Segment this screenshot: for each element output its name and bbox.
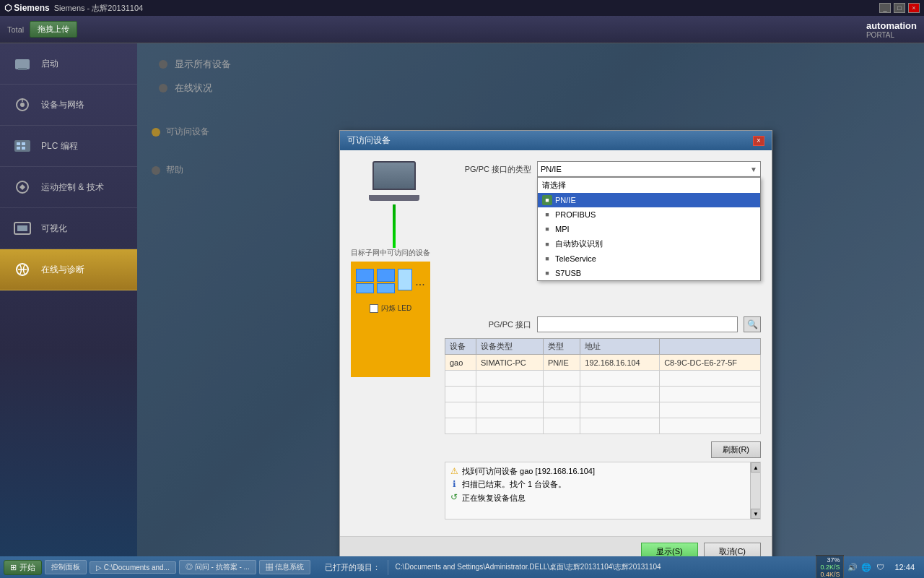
sidebar-item-devices[interactable]: 设备与网络 [0,85,137,126]
device-top [356,269,374,282]
start-icon [11,52,34,75]
start-button[interactable]: ⊞ 开始 [4,560,42,575]
modal-overlay: 可访问设备 × [137,43,924,556]
plc-icon [11,134,34,158]
taskbar-item-help[interactable]: ◎ 问问 - 抗答案 - ... [179,560,256,574]
sidebar-item-online[interactable]: 在线与诊断 [0,249,137,290]
taskbar: ⊞ 开始 控制面板 ▷ C:\Documents and... ◎ 问问 - 抗… [0,556,924,578]
option-label-select: 请选择 [542,180,566,191]
taskbar-item-controlpanel[interactable]: 控制面板 [45,560,87,574]
device-icons: ... [356,269,424,294]
dropdown-option-s7usb[interactable]: ■ S7USB [538,266,760,280]
upload-button[interactable]: 拖拽上传 [30,21,77,38]
svg-rect-1 [18,68,27,70]
sidebar-label-motion: 运动控制 & 技术 [41,181,104,194]
mpi-icon: ■ [542,224,552,234]
sidebar-item-start[interactable]: 启动 [0,43,137,85]
table-row[interactable]: gao SIMATIC-PC PN/IE 192.168.16.104 C8-9… [445,355,761,371]
dialog-close-button[interactable]: × [753,136,764,146]
device-block-3 [398,269,412,290]
controlpanel-label: 控制面板 [51,563,80,571]
taskbar-right: 37% 0.2K/S 0.4K/S 🔊 🌐 🛡 12:44 [816,555,920,578]
dropdown-option-teleservice[interactable]: ■ TeleService [538,251,760,266]
option-label-s7usb: S7USB [555,269,581,277]
titlebar: ⬡ Siemens Siemens - 志辉20131104 _ □ × [0,0,924,16]
minimize-button[interactable]: _ [879,3,891,13]
title-left: ⬡ Siemens Siemens - 志辉20131104 [4,3,143,14]
svg-point-3 [20,103,25,107]
pgpc-type-select[interactable]: PN/IE ▼ [537,161,761,177]
dropdown-option-select[interactable]: 请选择 [538,178,760,193]
sidebar-label-plc: PLC 编程 [41,140,78,152]
dropdown-option-pnie[interactable]: ■ PN/IE [538,193,760,207]
sidebar-label-start: 启动 [41,58,58,70]
scroll-down-button[interactable]: ▼ [751,509,761,519]
pgpc-interface-label: PG/PC 接口 [445,319,531,330]
start-icon: ⊞ [10,563,17,572]
scroll-up-button[interactable]: ▲ [751,462,761,473]
close-button[interactable]: × [908,3,920,13]
pgpc-type-value: PN/IE [541,165,562,173]
devices-icon [11,93,34,116]
col-category-header: 类型 [544,339,580,355]
accessible-devices-dialog: 可访问设备 × [339,130,772,556]
table-row-empty-4 [445,418,761,434]
toolbar-right: automation PORTAL [866,20,917,39]
laptop-base [369,195,419,201]
sidebar-item-motion[interactable]: 运动控制 & 技术 [0,167,137,208]
option-label-mpi: MPI [555,225,570,233]
dialog-body: 目标子网中可访问的设备 [340,150,772,536]
svg-rect-12 [17,225,27,231]
table-row-empty-1 [445,371,761,387]
refresh-button[interactable]: 刷新(R) [711,441,761,458]
option-label-pnie: PN/IE [555,196,576,204]
device-table: 设备 设备类型 类型 地址 [445,338,761,434]
config-column: PG/PC 接口的类型 PN/IE ▼ 请选择 [445,161,761,519]
dropdown-option-profibus[interactable]: ■ PROFIBUS [538,207,760,222]
teleservice-icon: ■ [542,254,552,264]
status-area: ⚠ 找到可访问设备 gao [192.168.16.104] ℹ 扫描已结束。找… [445,462,761,519]
net-down: 0.4K/S [820,571,840,578]
info-icon-2: ℹ [449,479,459,489]
option-label-auto: 自动协议识别 [555,238,603,249]
status-scrollbar[interactable]: ▲ ▼ [750,462,760,519]
tray-icon-3: 🛡 [874,561,886,573]
svg-rect-7 [22,142,25,145]
dropdown-option-auto[interactable]: ■ 自动协议识别 [538,236,760,251]
help-task-label: ◎ 问问 - 抗答案 - ... [186,563,250,571]
search-button[interactable]: 🔍 [744,316,761,332]
table-row-empty-3 [445,402,761,418]
cancel-button[interactable]: 取消(C) [704,543,761,556]
status-line-2: ℹ 扫描已结束。找个 1 台设备。 [449,479,757,490]
pnie-icon: ■ [542,195,552,205]
flash-led-checkbox[interactable] [370,304,378,313]
taskbar-item-explorer[interactable]: ▷ C:\Documents and... [90,561,176,574]
siemens-logo: ⬡ Siemens [4,3,50,13]
tray-icons: 🔊 🌐 🛡 [847,561,886,573]
show-button[interactable]: 显示(S) [641,543,698,556]
sidebar-item-plc[interactable]: PLC 编程 [0,126,137,167]
device-bottom [356,283,374,293]
sidebar-label-online: 在线与诊断 [41,264,84,276]
title-controls: _ □ × [879,3,920,13]
content-area: 显示所有设备 在线状况 可访问设备 帮助 可访问设备 × [137,43,924,556]
sidebar-label-visual: 可视化 [41,223,67,235]
motion-icon [11,176,34,199]
flash-led-row: 闪烁 LED [370,303,411,314]
diagram-column: 目标子网中可访问的设备 [351,161,437,519]
device-top-2 [377,269,395,282]
maximize-button[interactable]: □ [894,3,905,13]
pgpc-interface-input[interactable] [537,316,738,332]
option-label-teleservice: TeleService [555,254,596,263]
dropdown-option-mpi[interactable]: ■ MPI [538,222,760,236]
svg-rect-8 [17,147,20,150]
profibus-icon: ■ [542,210,552,220]
taskbar-item-info[interactable]: ▦ 信息系统 [259,560,310,574]
pgpc-type-dropdown-list: 请选择 ■ PN/IE ■ PROFIBUS [537,177,761,281]
device-table-area: 设备 设备类型 类型 地址 [445,338,761,441]
table-row-empty-2 [445,387,761,402]
tray-icon-1: 🔊 [847,561,858,573]
sidebar-item-visual[interactable]: 可视化 [0,208,137,249]
svg-rect-0 [15,59,30,69]
status-text-2: 扫描已结束。找个 1 台设备。 [462,479,566,490]
